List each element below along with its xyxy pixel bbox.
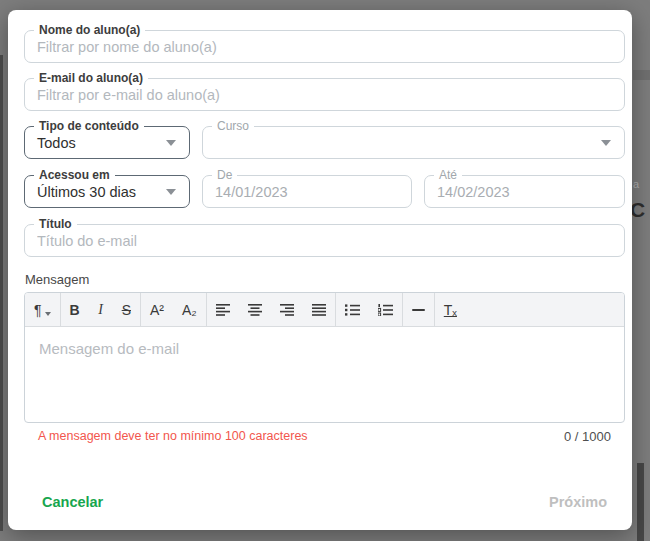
paragraph-format-button[interactable]: ¶ — [25, 293, 60, 326]
message-error-text: A mensagem deve ter no mínimo 100 caract… — [38, 429, 308, 443]
paragraph-icon: ¶ — [34, 303, 42, 317]
chevron-down-icon — [601, 140, 611, 146]
character-counter: 0 / 1000 — [564, 429, 611, 444]
align-justify-button[interactable] — [303, 293, 335, 326]
chevron-down-icon — [45, 312, 51, 316]
chevron-down-icon — [166, 140, 176, 146]
next-button[interactable]: Próximo — [541, 490, 615, 514]
message-editor: ¶ B I S A² A₂ — [24, 292, 625, 423]
italic-icon: I — [98, 303, 103, 317]
content-type-select[interactable]: Tipo de conteúdo Todos — [24, 126, 190, 159]
content-type-value: Todos — [25, 135, 166, 151]
course-label: Curso — [212, 119, 254, 133]
student-name-field: Nome do aluno(a) — [24, 30, 625, 63]
message-label: Mensagem — [25, 272, 625, 287]
bullet-list-icon — [345, 304, 360, 316]
student-email-field: E-mail do aluno(a) — [24, 78, 625, 111]
strikethrough-icon: S — [122, 303, 131, 317]
student-name-label: Nome do aluno(a) — [34, 23, 145, 37]
clear-formatting-icon: Tₓ — [444, 303, 457, 317]
accessed-in-value: Últimos 30 dias — [25, 184, 166, 200]
date-from-field: De — [202, 175, 412, 208]
accessed-in-select[interactable]: Acessou em Últimos 30 dias — [24, 175, 190, 208]
bold-button[interactable]: B — [61, 293, 89, 326]
date-to-label: Até — [434, 168, 462, 182]
superscript-icon: A² — [150, 303, 164, 317]
title-field: Título — [24, 224, 625, 257]
clear-formatting-button[interactable]: Tₓ — [435, 293, 466, 326]
align-right-icon — [280, 304, 294, 316]
bold-icon: B — [70, 303, 80, 317]
email-filter-dialog: Nome do aluno(a) E-mail do aluno(a) Tipo… — [8, 10, 632, 530]
align-left-button[interactable] — [207, 293, 239, 326]
backdrop-text-fragment: a — [633, 178, 639, 190]
ordered-list-button[interactable] — [369, 293, 402, 326]
ordered-list-icon — [378, 304, 393, 316]
message-input[interactable]: Mensagem do e-mail — [25, 327, 624, 422]
bullet-list-button[interactable] — [336, 293, 369, 326]
accessed-in-label: Acessou em — [34, 168, 115, 182]
title-input[interactable] — [25, 225, 624, 256]
editor-toolbar: ¶ B I S A² A₂ — [25, 293, 624, 327]
cancel-button[interactable]: Cancelar — [34, 490, 111, 514]
align-right-button[interactable] — [271, 293, 303, 326]
course-select[interactable]: Curso — [202, 126, 625, 159]
horizontal-rule-icon — [412, 308, 425, 312]
align-justify-icon — [312, 304, 326, 316]
backdrop-left-strip — [0, 55, 3, 531]
horizontal-rule-button[interactable] — [403, 293, 434, 326]
align-center-button[interactable] — [239, 293, 271, 326]
subscript-icon: A₂ — [182, 303, 197, 317]
backdrop-text-fragment: C — [630, 198, 645, 222]
backdrop-band — [633, 70, 650, 80]
backdrop-right-strip — [637, 463, 644, 541]
superscript-button[interactable]: A² — [141, 293, 173, 326]
chevron-down-icon — [166, 189, 176, 195]
dialog-footer: Cancelar Próximo — [24, 490, 625, 514]
date-from-label: De — [212, 168, 237, 182]
content-type-label: Tipo de conteúdo — [34, 119, 144, 133]
italic-button[interactable]: I — [89, 293, 113, 326]
student-email-label: E-mail do aluno(a) — [34, 71, 148, 85]
align-center-icon — [248, 304, 262, 316]
align-left-icon — [216, 304, 230, 316]
title-label: Título — [34, 217, 77, 231]
date-to-field: Até — [424, 175, 625, 208]
subscript-button[interactable]: A₂ — [173, 293, 206, 326]
strikethrough-button[interactable]: S — [113, 293, 140, 326]
